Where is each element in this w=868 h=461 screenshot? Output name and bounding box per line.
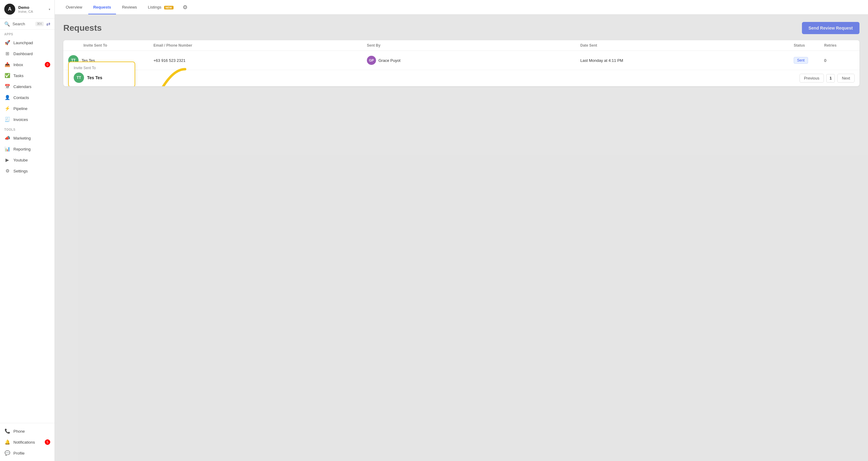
new-badge: NEW: [164, 6, 174, 9]
tasks-icon: ✅: [4, 73, 10, 78]
status-badge: Sent: [794, 57, 808, 64]
calendars-icon: 📅: [4, 84, 10, 89]
notifications-badge: 5: [45, 439, 50, 445]
callout-contact-name: Tes Tes: [87, 75, 102, 80]
col-sent-by: Sent By: [367, 43, 580, 48]
sidebar-item-marketing[interactable]: 📣 Marketing: [0, 133, 55, 144]
callout-avatar: TT: [74, 73, 84, 83]
apps-section-label: Apps: [0, 30, 55, 37]
sidebar-item-dashboard[interactable]: ⊞ Dashboard: [0, 48, 55, 59]
dashboard-icon: ⊞: [4, 51, 10, 56]
cell-retries: 0: [824, 58, 855, 63]
callout-contact: TT Tes Tes: [74, 73, 130, 83]
invite-callout: Invite Sent To TT Tes Tes: [68, 62, 135, 86]
col-retries: Retries: [824, 43, 855, 48]
launchpad-icon: 🚀: [4, 40, 10, 46]
gear-icon[interactable]: ⚙: [183, 4, 188, 11]
main-content: Overview Requests Reviews Listings NEW ⚙…: [55, 0, 868, 461]
sidebar-item-reporting[interactable]: 📊 Reporting: [0, 144, 55, 154]
sidebar-item-label: Settings: [13, 169, 28, 173]
requests-table: Invite Sent To TT Tes Tes: [63, 40, 860, 86]
cell-date-sent: Last Monday at 4:11 PM: [580, 58, 794, 63]
user-location: Irvine, CA: [18, 10, 46, 13]
sidebar-item-label: Notifications: [13, 440, 35, 444]
youtube-icon: ▶: [4, 157, 10, 163]
page-header: Requests Send Review Request: [63, 22, 860, 34]
sidebar-item-tasks[interactable]: ✅ Tasks: [0, 70, 55, 81]
page-title: Requests: [63, 23, 102, 33]
next-button[interactable]: Next: [837, 74, 855, 83]
nav-arrow-icon: ⇄: [46, 21, 50, 27]
sidebar-item-label: Calendars: [13, 84, 31, 89]
inbox-badge: 0: [45, 62, 50, 67]
top-nav: Overview Requests Reviews Listings NEW ⚙: [55, 0, 868, 15]
sent-by-avatar: GP: [367, 56, 376, 65]
user-name: Demo: [18, 5, 46, 10]
sidebar-bottom: 📞 Phone 🔔 Notifications 5 💬 Profile: [0, 423, 55, 461]
cell-email-phone: +63 916 523 2321: [153, 58, 367, 63]
sidebar-item-settings[interactable]: ⚙ Settings: [0, 166, 55, 176]
callout-label: Invite Sent To: [74, 66, 130, 70]
pipeline-icon: ⚡: [4, 106, 10, 111]
sidebar-user-header[interactable]: A Demo Irvine, CA ▾: [0, 0, 55, 19]
sidebar-item-phone[interactable]: 📞 Phone: [0, 426, 55, 437]
tab-requests[interactable]: Requests: [88, 1, 116, 14]
sidebar-item-label: Profile: [13, 451, 25, 456]
sidebar: A Demo Irvine, CA ▾ 🔍 Search ⌘K ⇄ Apps 🚀…: [0, 0, 55, 461]
table-header: Invite Sent To Email / Phone Number Sent…: [63, 40, 860, 51]
sidebar-item-profile[interactable]: 💬 Profile: [0, 448, 55, 459]
sidebar-item-invoices[interactable]: 🧾 Invoices: [0, 114, 55, 125]
tab-reviews[interactable]: Reviews: [117, 1, 142, 14]
sidebar-item-label: Tasks: [13, 74, 24, 78]
sidebar-item-label: Marketing: [13, 136, 31, 141]
invoices-icon: 🧾: [4, 117, 10, 122]
table-row[interactable]: TT Tes Tes +63 916 523 2321 GP Grace Puy…: [63, 51, 860, 70]
sidebar-item-label: Dashboard: [13, 52, 33, 56]
contacts-icon: 👤: [4, 95, 10, 100]
search-shortcut: ⌘K: [35, 22, 44, 26]
search-label: Search: [12, 22, 33, 26]
tab-listings[interactable]: Listings NEW: [143, 1, 178, 14]
marketing-icon: 📣: [4, 135, 10, 141]
col-status: Status: [794, 43, 824, 48]
inbox-icon: 📥: [4, 62, 10, 67]
sidebar-item-label: Launchpad: [13, 40, 33, 45]
sidebar-item-inbox[interactable]: 📥 Inbox 0: [0, 59, 55, 70]
sent-by-name: Grace Puyot: [378, 58, 400, 63]
col-invite-sent-to: Invite Sent To: [68, 43, 153, 48]
search-icon: 🔍: [4, 21, 10, 27]
sidebar-item-label: Youtube: [13, 158, 28, 163]
previous-button[interactable]: Previous: [800, 74, 824, 83]
user-info: Demo Irvine, CA: [18, 5, 46, 13]
sidebar-item-contacts[interactable]: 👤 Contacts: [0, 92, 55, 103]
sidebar-item-notifications[interactable]: 🔔 Notifications 5: [0, 437, 55, 448]
sidebar-item-label: Contacts: [13, 95, 29, 100]
tab-overview[interactable]: Overview: [61, 1, 87, 14]
page-number: 1: [826, 74, 835, 83]
settings-icon: ⚙: [4, 168, 10, 174]
sidebar-item-pipeline[interactable]: ⚡ Pipeline: [0, 103, 55, 114]
sidebar-item-label: Reporting: [13, 147, 30, 151]
pagination: Previous 1 Next: [63, 70, 860, 86]
page-content: Requests Send Review Request Invite Sent…: [55, 15, 868, 461]
search-bar[interactable]: 🔍 Search ⌘K ⇄: [0, 19, 55, 30]
user-avatar: A: [4, 4, 15, 15]
col-email-phone: Email / Phone Number: [153, 43, 367, 48]
notifications-icon: 🔔: [4, 439, 10, 445]
tools-section-label: Tools: [0, 125, 55, 133]
sidebar-item-label: Inbox: [13, 62, 23, 67]
cell-sent-by: GP Grace Puyot: [367, 56, 580, 65]
sidebar-item-youtube[interactable]: ▶ Youtube: [0, 154, 55, 166]
sidebar-item-label: Phone: [13, 429, 25, 434]
sidebar-item-label: Pipeline: [13, 106, 27, 111]
phone-icon: 📞: [4, 428, 10, 434]
profile-icon: 💬: [4, 450, 10, 456]
col-date-sent: Date Sent: [580, 43, 794, 48]
sidebar-item-label: Invoices: [13, 117, 28, 122]
chevron-down-icon: ▾: [49, 8, 50, 11]
sidebar-item-launchpad[interactable]: 🚀 Launchpad: [0, 37, 55, 48]
cell-status: Sent: [794, 57, 824, 64]
reporting-icon: 📊: [4, 146, 10, 152]
sidebar-item-calendars[interactable]: 📅 Calendars: [0, 81, 55, 92]
send-review-button[interactable]: Send Review Request: [802, 22, 860, 34]
